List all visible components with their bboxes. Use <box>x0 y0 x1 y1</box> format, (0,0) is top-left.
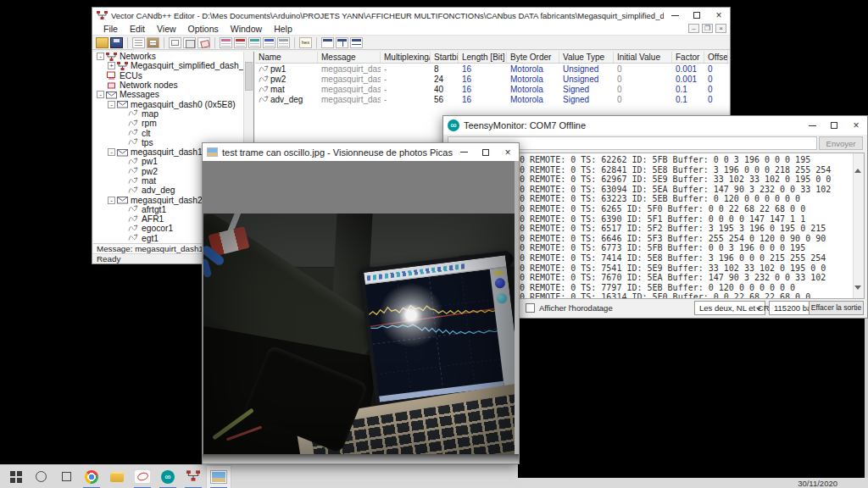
scroll-up-icon[interactable] <box>854 154 862 162</box>
taskbar-picasa-button[interactable] <box>206 465 231 488</box>
teensy-app-icon: ∞ <box>448 119 459 131</box>
paste-icon[interactable] <box>147 37 159 48</box>
tile-windows-icon[interactable] <box>336 37 348 48</box>
picasa-minimize-button[interactable] <box>453 152 475 152</box>
line-ending-select[interactable]: Les deux, NL et CR <box>694 301 765 315</box>
menu-view[interactable]: View <box>151 24 182 34</box>
signal-icon <box>128 167 139 175</box>
mdi-minimize-button[interactable]: – <box>688 24 699 33</box>
table-attributes-icon[interactable] <box>277 37 290 48</box>
table-header[interactable]: NameMessageMultiplexing/...StartbitLengt… <box>255 52 729 64</box>
column-header-multiplexing-[interactable]: Multiplexing/... <box>381 52 431 63</box>
taskbar-chrome-button[interactable] <box>79 465 104 488</box>
mdi-close-button[interactable]: × <box>715 24 726 33</box>
taskbar-search-button[interactable] <box>28 465 53 488</box>
tree-item-network-nodes[interactable]: Network nodes <box>93 80 253 90</box>
copy-icon[interactable] <box>132 37 145 48</box>
tree-item-megasquirt-simplified-dash-broad[interactable]: +Megasquirt_simplified_dash_broad <box>93 61 253 70</box>
open-icon[interactable] <box>96 37 108 48</box>
delete-object-icon[interactable] <box>198 37 210 48</box>
scroll-up-icon[interactable] <box>245 53 253 60</box>
network-icon <box>106 53 117 61</box>
candb-title: Vector CANdb++ Editor - D:\Mes Documents… <box>111 11 664 20</box>
picasa-close-button[interactable]: × <box>497 147 519 158</box>
signal-icon <box>259 65 269 73</box>
scroll-down-icon[interactable] <box>854 290 862 297</box>
candb-maximize-button[interactable] <box>686 12 708 19</box>
column-header-startbit[interactable]: Startbit <box>431 52 459 63</box>
cell-length-bit-: 16 <box>459 95 507 104</box>
scrollbar-thumb[interactable] <box>245 62 253 91</box>
tree-item-megasquirt-dash0-0x5e8-[interactable]: -megasquirt_dash0 (0x5E8) <box>93 99 253 108</box>
column-header-factor[interactable]: Factor <box>672 52 704 63</box>
taskbar-start-button[interactable] <box>3 465 28 488</box>
table-row[interactable]: adv_degmegasquirt_dash1-5616MotorolaSign… <box>255 94 729 104</box>
hex-icon[interactable]: hex <box>299 37 312 48</box>
picasa-maximize-button[interactable] <box>475 149 497 156</box>
collapse-icon[interactable]: - <box>97 91 104 98</box>
column-header-name[interactable]: Name <box>255 52 318 63</box>
tree-item-rpm[interactable]: rpm <box>93 119 253 128</box>
serial-line: 0 REMOTE: 0 TS: 6646 ID: 5F3 Buffer: 255… <box>520 234 852 244</box>
save-icon[interactable] <box>110 37 123 48</box>
taskbar-vector-candb-button[interactable] <box>181 465 206 488</box>
tree-item-networks[interactable]: -Networks <box>93 52 253 61</box>
tree-item-ecus[interactable]: ECUs <box>93 71 253 80</box>
tree-item-label: Megasquirt_simplified_dash_broad <box>131 61 254 70</box>
arrange-windows-icon[interactable] <box>350 37 363 48</box>
tree-item-label: pw2 <box>142 167 158 176</box>
cell-name: pw2 <box>255 75 318 84</box>
column-header-byte-order[interactable]: Byte Order <box>507 52 559 63</box>
taskbar-teensy-button[interactable]: ∞ <box>155 465 181 488</box>
column-header-initial-value[interactable]: Initial Value <box>614 52 672 63</box>
column-header-length-bit-[interactable]: Length [Bit] <box>459 52 507 63</box>
picasa-titlebar[interactable]: test trame can oscillo.jpg - Visionneuse… <box>203 143 519 161</box>
collapse-icon[interactable]: - <box>108 101 115 108</box>
table-row[interactable]: pw2megasquirt_dash1-2416MotorolaUnsigned… <box>255 74 729 84</box>
column-header-message[interactable]: Message <box>318 52 381 63</box>
serial-scrollbar[interactable] <box>853 153 864 298</box>
table-signals-icon[interactable] <box>220 37 232 48</box>
column-header-offset[interactable]: Offset <box>704 52 728 63</box>
expand-icon[interactable]: + <box>108 62 115 69</box>
table-row[interactable]: matmegasquirt_dash1-4016MotorolaSigned00… <box>255 84 729 94</box>
taskbar-explorer-button[interactable] <box>104 465 130 488</box>
table-networks-icon[interactable] <box>263 37 275 48</box>
tray-date[interactable]: 30/11/2020 <box>798 479 837 488</box>
menu-options[interactable]: Options <box>182 24 225 34</box>
edit-object-icon[interactable] <box>183 37 196 48</box>
timestamp-checkbox[interactable] <box>526 303 535 313</box>
new-object-icon[interactable] <box>169 37 181 48</box>
collapse-icon[interactable]: - <box>108 148 115 156</box>
candb-titlebar[interactable]: Vector CANdb++ Editor - D:\Mes Documents… <box>92 8 730 23</box>
toolbar-separator <box>164 37 164 48</box>
taskbar-snip-tool-button[interactable] <box>130 465 155 488</box>
menu-file[interactable]: File <box>97 24 124 34</box>
black-window[interactable] <box>518 319 868 478</box>
table-messages-icon[interactable] <box>234 37 247 48</box>
menu-help[interactable]: Help <box>268 24 298 34</box>
teensy-titlebar[interactable]: ∞ TeensyMonitor: COM7 Offline × <box>443 116 867 135</box>
teensy-minimize-button[interactable] <box>801 125 823 126</box>
taskbar-task-view-button[interactable] <box>53 465 79 488</box>
tree-item-label: egt1 <box>142 234 159 243</box>
table-nodes-icon[interactable] <box>248 37 261 48</box>
mdi-restore-button[interactable]: ❐ <box>702 24 713 33</box>
cascade-windows-icon[interactable] <box>321 37 334 48</box>
menu-window[interactable]: Window <box>225 24 268 34</box>
teensy-close-button[interactable]: × <box>845 120 867 130</box>
tree-item-clt[interactable]: clt <box>93 128 253 137</box>
tree-item-messages[interactable]: -Messages <box>93 90 253 99</box>
signal-icon <box>259 96 269 103</box>
candb-close-button[interactable]: × <box>708 10 730 20</box>
collapse-icon[interactable]: - <box>108 197 115 204</box>
candb-minimize-button[interactable] <box>664 15 686 16</box>
menu-edit[interactable]: Edit <box>124 24 151 34</box>
collapse-icon[interactable]: - <box>97 53 104 60</box>
table-row[interactable]: pw1megasquirt_dash1-816MotorolaUnsigned0… <box>255 64 729 74</box>
column-header-value-type[interactable]: Value Type <box>559 52 614 63</box>
clear-output-button[interactable]: Effacer la sortie <box>809 301 864 315</box>
send-button[interactable]: Envoyer <box>819 136 863 150</box>
tree-item-map[interactable]: map <box>93 109 253 119</box>
teensy-maximize-button[interactable] <box>823 122 845 129</box>
